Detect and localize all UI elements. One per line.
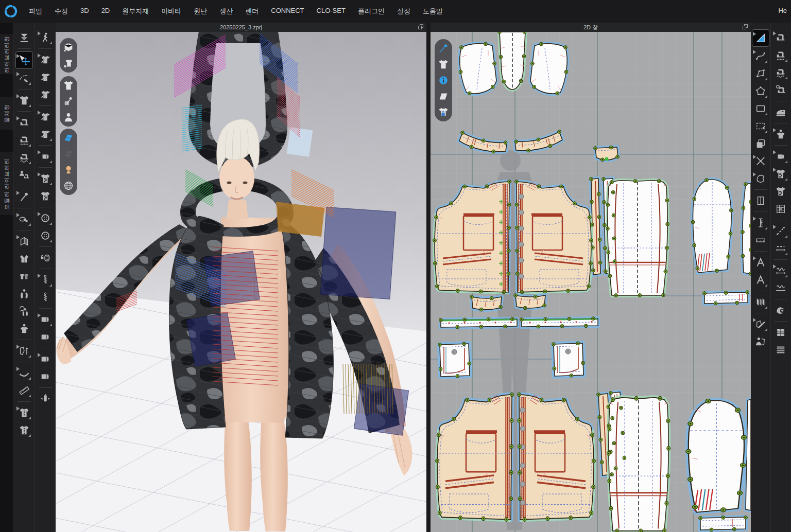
pin-tool-icon[interactable] bbox=[16, 189, 32, 205]
tape-measure-tool-icon[interactable] bbox=[16, 365, 32, 381]
menu-closet[interactable]: CLO-SET bbox=[311, 4, 352, 19]
layout-stack-tool-icon[interactable] bbox=[772, 342, 789, 358]
menu-2d[interactable]: 2D bbox=[95, 4, 116, 19]
polygon-pattern-tool-icon[interactable] bbox=[752, 83, 769, 99]
wireframe-globe-toggle-icon[interactable] bbox=[63, 180, 74, 191]
button-tool-icon[interactable] bbox=[37, 210, 54, 226]
simulate-tool-icon[interactable] bbox=[16, 29, 32, 46]
show-avatar-toggle-icon[interactable] bbox=[63, 112, 74, 123]
pattern-sleeve[interactable] bbox=[693, 180, 731, 273]
grid-texture-tool-icon[interactable] bbox=[772, 201, 789, 217]
edit-curvature-tool-icon[interactable] bbox=[752, 48, 769, 64]
fabric-roll-tool-2-icon[interactable] bbox=[37, 329, 54, 345]
texture-roll-2d-tool-icon[interactable] bbox=[772, 148, 789, 165]
tuck-garment-tool-1-icon[interactable] bbox=[37, 109, 54, 125]
viewport-2d-canvas[interactable] bbox=[431, 32, 751, 532]
garment-measure-tool-icon[interactable] bbox=[16, 404, 32, 421]
ruler-measure-tool-icon[interactable] bbox=[16, 382, 32, 399]
texture-shirt-tool-2-icon[interactable] bbox=[37, 188, 54, 204]
edit-sewing-tool-icon[interactable] bbox=[772, 82, 789, 98]
segment-sewing-tool-icon[interactable] bbox=[16, 114, 32, 131]
garment-tape-tool-icon[interactable] bbox=[16, 422, 32, 438]
textured-surface-toggle-icon[interactable] bbox=[63, 132, 74, 144]
edit-curve-point-tool-icon[interactable] bbox=[752, 65, 769, 82]
notch-ruler-tool-icon[interactable] bbox=[752, 215, 769, 231]
buttonhole-tool-icon[interactable] bbox=[37, 227, 54, 244]
show-garment-toggle-icon[interactable] bbox=[63, 80, 74, 91]
menu-file[interactable]: 파일 bbox=[23, 4, 48, 19]
dart-tool-icon[interactable] bbox=[752, 192, 769, 209]
tab-library-window[interactable]: 라이브러리창 bbox=[0, 34, 13, 74]
fabric-texture-roll-tool-icon[interactable] bbox=[37, 148, 54, 165]
segment-sewing-2d-tool-icon[interactable] bbox=[772, 29, 789, 46]
menu-settings[interactable]: 설정 bbox=[391, 4, 417, 19]
pattern-pocket-square[interactable] bbox=[440, 344, 470, 377]
edit-stitch-pen-toggle-icon[interactable] bbox=[438, 43, 449, 54]
menu-fabric[interactable]: 원단 bbox=[187, 4, 213, 19]
pattern-pocket-square[interactable] bbox=[554, 343, 583, 376]
puckering-tool-2-icon[interactable] bbox=[772, 280, 789, 296]
basting-tool-icon[interactable] bbox=[772, 223, 789, 239]
menu-render[interactable]: 렌더 bbox=[239, 4, 265, 19]
tab-modular-library[interactable]: 모듈러 라이브러리 bbox=[0, 152, 13, 215]
wrap-arrangement-tool-icon[interactable] bbox=[16, 286, 32, 302]
seam-taping-tool-icon[interactable] bbox=[772, 240, 789, 257]
pattern-small-facing[interactable] bbox=[595, 147, 618, 161]
viewport-3d-canvas[interactable] bbox=[56, 32, 426, 532]
trim-garment-tool-1-icon[interactable] bbox=[37, 51, 54, 68]
fullness-tool-icon[interactable] bbox=[772, 302, 789, 318]
steam-iron-tool-icon[interactable] bbox=[772, 104, 789, 120]
pattern-edge-fragment[interactable] bbox=[743, 183, 751, 274]
pleats-tool-icon[interactable] bbox=[752, 294, 769, 310]
pattern-pocket-flap[interactable] bbox=[515, 295, 545, 308]
transform-pattern-tool-icon[interactable] bbox=[752, 29, 769, 47]
arrange-pieces-tool-icon[interactable] bbox=[16, 268, 32, 285]
menu-trims[interactable]: 원부자재 bbox=[116, 4, 155, 19]
menubar-right-text[interactable]: He bbox=[778, 7, 787, 14]
pattern-bone-tool-icon[interactable] bbox=[752, 316, 769, 332]
fabric-roll-tool-4-icon[interactable] bbox=[37, 368, 54, 385]
puckering-tool-1-icon[interactable] bbox=[772, 262, 789, 279]
avatar-skin-toggle-icon[interactable] bbox=[63, 164, 74, 175]
texture-shirt-2d-tool-2-icon[interactable] bbox=[772, 183, 789, 200]
sewing-on-avatar-tool-icon[interactable] bbox=[16, 167, 32, 183]
trim-garment-tool-3-icon[interactable] bbox=[37, 86, 54, 103]
cut-sew-tool-icon[interactable] bbox=[752, 153, 769, 169]
texture-shirt-tool-1-icon[interactable] bbox=[37, 170, 54, 187]
trace-pattern-tool-icon[interactable] bbox=[752, 118, 769, 134]
select-brush-tool-icon[interactable] bbox=[16, 70, 32, 86]
pattern-info-toggle-icon[interactable] bbox=[438, 75, 449, 86]
lock-pattern-toggle-icon[interactable] bbox=[438, 107, 449, 118]
fabric-pen-tool-icon[interactable] bbox=[16, 211, 32, 227]
free-sewing-2d-tool-icon[interactable] bbox=[772, 47, 789, 63]
fabric-roll-tool-1-icon[interactable] bbox=[37, 311, 54, 328]
pattern-pocket-flap[interactable] bbox=[472, 297, 502, 310]
binding-tool-icon[interactable] bbox=[37, 391, 54, 407]
show-fabric-sheet-toggle-icon[interactable] bbox=[438, 91, 449, 102]
trim-garment-tool-2-icon[interactable] bbox=[37, 69, 54, 85]
fold-arrangement-tool-icon[interactable] bbox=[16, 233, 32, 250]
collar-arrangement-tool-icon[interactable] bbox=[16, 251, 32, 267]
menu-plugin[interactable]: 플러그인 bbox=[352, 4, 391, 19]
menu-connect[interactable]: CONNECT bbox=[265, 4, 310, 19]
solid-shirt-tool-icon[interactable] bbox=[772, 126, 789, 143]
show-3d-objects-toggle-icon[interactable] bbox=[63, 42, 74, 53]
clone-pattern-tool-icon[interactable] bbox=[752, 135, 769, 152]
grading-arrow-tool-icon[interactable] bbox=[16, 343, 32, 359]
menu-help[interactable]: 도움말 bbox=[417, 4, 449, 19]
walk-animation-tool-icon[interactable] bbox=[37, 29, 54, 46]
zipper-tool-1-icon[interactable] bbox=[37, 272, 54, 288]
texture-shirt-2d-tool-1-icon[interactable] bbox=[772, 166, 789, 182]
pattern-label-tool-icon[interactable] bbox=[752, 272, 769, 288]
menu-3d[interactable]: 3D bbox=[74, 4, 95, 19]
menu-edit[interactable]: 수정 bbox=[48, 4, 74, 19]
show-2d-garment-toggle-icon[interactable] bbox=[438, 59, 449, 70]
menu-avatar[interactable]: 아바타 bbox=[155, 4, 187, 19]
tuck-garment-tool-2-icon[interactable] bbox=[37, 126, 54, 143]
zipper-tool-2-icon[interactable] bbox=[37, 289, 54, 306]
tab-object-window[interactable]: 물체창 bbox=[0, 97, 13, 130]
pattern-back-bodice[interactable] bbox=[609, 398, 668, 531]
seam-ruler-tool-icon[interactable] bbox=[752, 232, 769, 249]
select-move-tool-icon[interactable] bbox=[15, 51, 33, 69]
rotate-wrap-tool-icon[interactable] bbox=[16, 303, 32, 320]
